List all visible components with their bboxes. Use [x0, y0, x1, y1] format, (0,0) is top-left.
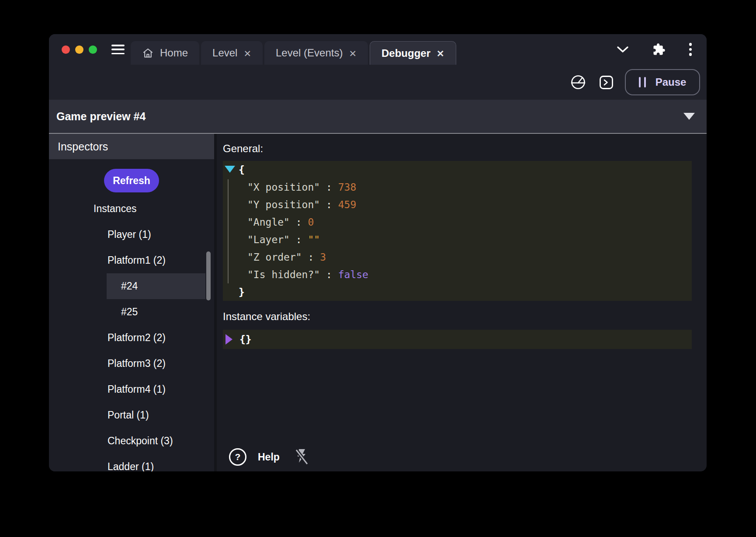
json-row-layer: "Layer" : "" — [223, 231, 692, 248]
general-section-label: General: — [223, 141, 692, 157]
extensions-puzzle-icon[interactable] — [652, 43, 666, 56]
home-icon — [142, 47, 154, 59]
general-json-view: { "X position" : 738 "Y position" : 459 … — [223, 161, 692, 301]
app-window: Home Level ✕ Level (Events) ✕ Debugger ✕ — [49, 34, 707, 471]
tree-item-instance-25[interactable]: #25 — [49, 299, 214, 325]
collapse-expander-icon[interactable] — [225, 166, 235, 173]
pause-button-label: Pause — [655, 76, 687, 88]
json-row-angle: "Angle" : 0 — [223, 213, 692, 231]
traffic-lights — [62, 45, 97, 54]
debugger-content: Inspectors Refresh Instances Player (1) … — [49, 134, 707, 471]
game-preview-selector[interactable]: Game preview #4 — [49, 100, 707, 134]
instance-variables-json-view: {} — [223, 330, 692, 349]
tab-level-events[interactable]: Level (Events) ✕ — [264, 41, 368, 65]
indent-guide — [228, 179, 229, 283]
tab-label: Level — [212, 47, 237, 59]
instance-variables-label: Instance variables: — [223, 309, 692, 324]
tab-home[interactable]: Home — [131, 41, 199, 65]
pause-button[interactable]: Pause — [625, 69, 700, 95]
tree-item-platform3[interactable]: Platform3 (2) — [49, 351, 214, 377]
profiler-gauge-icon[interactable] — [570, 74, 586, 90]
tab-label: Home — [160, 47, 188, 59]
tree-item-portal[interactable]: Portal (1) — [49, 402, 214, 428]
close-tab-icon[interactable]: ✕ — [349, 48, 357, 58]
chevron-down-icon[interactable] — [617, 45, 629, 53]
console-icon[interactable] — [599, 75, 614, 90]
tree-item-platform2[interactable]: Platform2 (2) — [49, 325, 214, 351]
help-button[interactable]: Help — [258, 451, 280, 463]
instance-inspector-panel: General: { "X position" : 738 "Y positio… — [217, 134, 707, 471]
json-row-is-hidden: "Is hidden?" : false — [223, 266, 692, 283]
refresh-button[interactable]: Refresh — [104, 169, 159, 192]
inspectors-header: Inspectors — [49, 134, 214, 159]
help-icon[interactable]: ? — [229, 448, 246, 466]
tree-item-platform4[interactable]: Platform4 (1) — [49, 377, 214, 402]
close-tab-icon[interactable]: ✕ — [243, 48, 251, 58]
maximize-window-button[interactable] — [89, 45, 97, 54]
close-window-button[interactable] — [62, 45, 70, 54]
tree-item-instances[interactable]: Instances — [49, 196, 214, 222]
inspectors-sidebar: Inspectors Refresh Instances Player (1) … — [49, 134, 214, 471]
debugger-toolbar: Pause — [49, 65, 707, 100]
tree-item-instance-24[interactable]: #24 — [49, 273, 214, 299]
tab-label: Level (Events) — [276, 47, 343, 59]
tab-strip: Home Level ✕ Level (Events) ✕ Debugger ✕ — [131, 41, 456, 65]
tree-item-platform1[interactable]: Platform1 (2) — [49, 248, 214, 273]
tree-item-ladder[interactable]: Ladder (1) — [49, 454, 214, 471]
pause-icon — [639, 77, 646, 87]
more-options-icon[interactable] — [688, 43, 693, 56]
flash-off-icon[interactable] — [294, 448, 309, 466]
json-close-brace: } — [223, 283, 692, 301]
inspectors-tree-scroll: Refresh Instances Player (1) Platform1 (… — [49, 159, 214, 471]
game-preview-title: Game preview #4 — [56, 110, 683, 123]
hamburger-menu-icon[interactable] — [111, 45, 125, 54]
json-row-y-position: "Y position" : 459 — [223, 196, 692, 213]
json-row-x-position: "X position" : 738 — [223, 178, 692, 196]
variables-collapsed-value: {} — [239, 334, 252, 345]
tree-item-checkpoint[interactable]: Checkpoint (3) — [49, 428, 214, 454]
tab-debugger[interactable]: Debugger ✕ — [370, 41, 456, 65]
close-tab-icon[interactable]: ✕ — [437, 48, 444, 58]
expand-expander-icon[interactable] — [225, 334, 232, 345]
tab-level[interactable]: Level ✕ — [201, 41, 263, 65]
sidebar-scrollbar[interactable] — [206, 251, 211, 300]
dropdown-arrow-icon[interactable] — [683, 113, 695, 120]
screen-background: Home Level ✕ Level (Events) ✕ Debugger ✕ — [0, 0, 756, 537]
tab-bar: Home Level ✕ Level (Events) ✕ Debugger ✕ — [49, 34, 707, 65]
help-row: ? Help — [229, 448, 309, 466]
minimize-window-button[interactable] — [75, 45, 83, 54]
json-open-brace: { — [223, 161, 692, 178]
tree-item-player[interactable]: Player (1) — [49, 222, 214, 248]
json-row-z-order: "Z order" : 3 — [223, 248, 692, 266]
tab-label: Debugger — [381, 47, 430, 59]
instances-tree: Instances Player (1) Platform1 (2) #24 #… — [49, 196, 214, 471]
